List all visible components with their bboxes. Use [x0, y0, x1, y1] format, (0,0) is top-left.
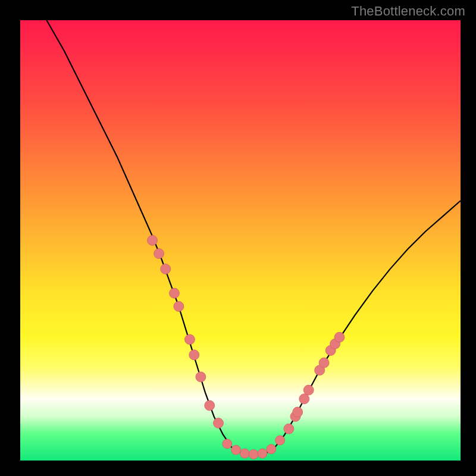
- plot-area: [20, 20, 461, 461]
- data-point: [148, 236, 158, 246]
- data-point: [267, 444, 276, 454]
- data-point: [161, 264, 171, 274]
- data-point: [170, 288, 180, 298]
- data-point: [293, 407, 303, 417]
- data-point: [334, 332, 345, 342]
- data-point: [189, 350, 199, 360]
- data-point: [205, 400, 215, 411]
- data-point: [303, 385, 314, 395]
- bottleneck-curve: [46, 20, 461, 455]
- data-point: [174, 302, 184, 312]
- data-point: [231, 445, 241, 455]
- data-point: [196, 372, 206, 382]
- data-markers: [148, 236, 345, 459]
- data-point: [284, 424, 294, 434]
- data-point: [184, 334, 195, 345]
- chart-frame: TheBottleneck.com: [0, 0, 476, 476]
- watermark-text: TheBottleneck.com: [351, 4, 465, 19]
- data-point: [223, 439, 232, 449]
- chart-svg: [20, 20, 461, 461]
- data-point: [249, 450, 258, 459]
- data-point: [214, 418, 224, 428]
- data-point: [154, 249, 164, 259]
- data-point: [275, 436, 285, 445]
- data-point: [240, 449, 249, 458]
- data-point: [319, 358, 329, 368]
- data-point: [299, 394, 309, 404]
- data-point: [258, 449, 267, 458]
